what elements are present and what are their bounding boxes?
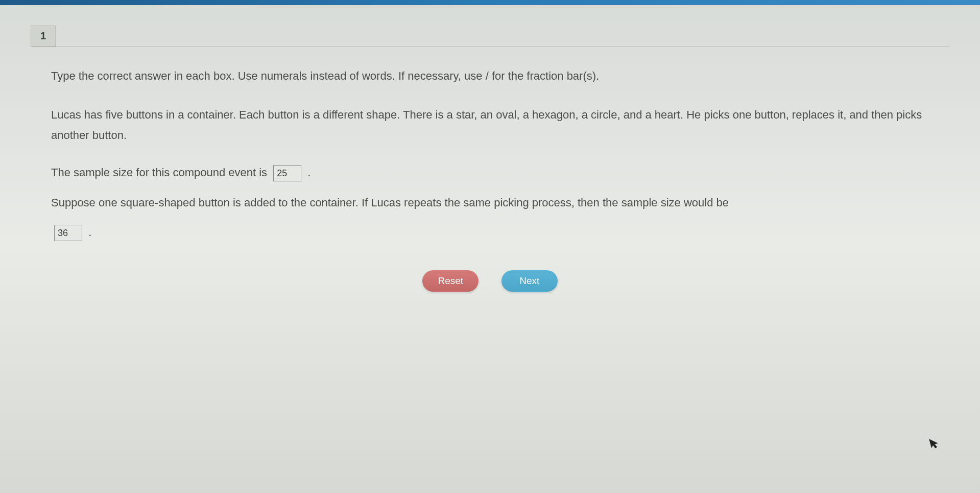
question-area: Type the correct answer in each box. Use… <box>31 46 949 302</box>
question-number-tab[interactable]: 1 <box>31 26 56 46</box>
answer-line-3: . <box>51 220 929 245</box>
cursor-icon <box>928 436 941 453</box>
next-button[interactable]: Next <box>501 270 558 292</box>
reset-button[interactable]: Reset <box>422 270 479 292</box>
answer-line-2: Suppose one square-shaped button is adde… <box>51 191 929 215</box>
answer-input-2[interactable] <box>54 225 82 241</box>
line2-after-text: . <box>88 226 91 239</box>
window-top-bar <box>0 0 980 5</box>
instruction-text: Type the correct answer in each box. Use… <box>51 67 929 84</box>
button-row: Reset Next <box>51 270 929 292</box>
line1-before-text: The sample size for this compound event … <box>51 166 267 179</box>
problem-text: Lucas has five buttons in a container. E… <box>51 105 929 145</box>
answer-line-1: The sample size for this compound event … <box>51 160 929 185</box>
line1-after-text: . <box>307 166 310 179</box>
answer-input-1[interactable] <box>273 165 301 181</box>
main-container: 1 Type the correct answer in each box. U… <box>0 5 980 322</box>
line2-text: Suppose one square-shaped button is adde… <box>51 196 729 209</box>
